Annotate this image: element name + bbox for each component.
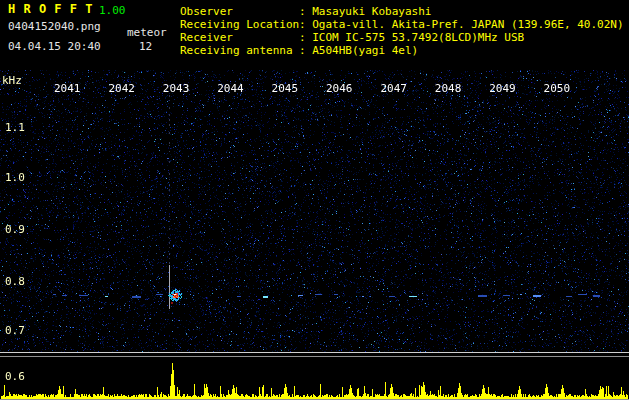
info-colon: : [299,45,312,58]
time-tick-label: 2044 [217,83,244,94]
app-version: 1.00 [99,5,126,16]
freq-tick-label: 1.1 [5,122,25,133]
freq-tick-label: 0.8 [5,276,25,287]
time-tick-label: 2042 [108,83,135,94]
freq-tick-label: 0.9 [5,224,25,235]
info-row-antenna: Receiving antenna: A504HB(yagi 4el) [180,45,624,58]
freq-tick-label: 0.6 [5,371,25,382]
time-tick-label: 2048 [435,83,462,94]
time-tick-label: 2049 [489,83,516,94]
freq-tick-label: 1.0 [5,172,25,183]
hrofft-window: H R O F F T 1.00 0404152040.png meteor 0… [0,0,629,400]
time-tick-label: 2047 [380,83,407,94]
echo-count: 12 [139,41,152,52]
time-tick-label: 2050 [544,83,571,94]
time-tick-label: 2045 [272,83,299,94]
time-tick-label: 2041 [54,83,81,94]
station-info: Observer: Masayuki Kobayashi Receiving L… [180,6,624,58]
freq-axis-unit-label: kHz [2,75,22,86]
info-label: Receiving antenna [180,45,299,58]
info-value: A504HB(yagi 4el) [312,45,418,58]
app-title: H R O F F T [8,4,93,15]
output-filename: 0404152040.png [8,21,101,32]
record-datetime: 04.04.15 20:40 [8,41,101,52]
freq-tick-label: 0.7 [5,325,25,336]
mode-label: meteor [127,27,167,38]
time-tick-label: 2046 [326,83,353,94]
spectrogram-canvas [0,70,629,400]
time-tick-label: 2043 [163,83,190,94]
